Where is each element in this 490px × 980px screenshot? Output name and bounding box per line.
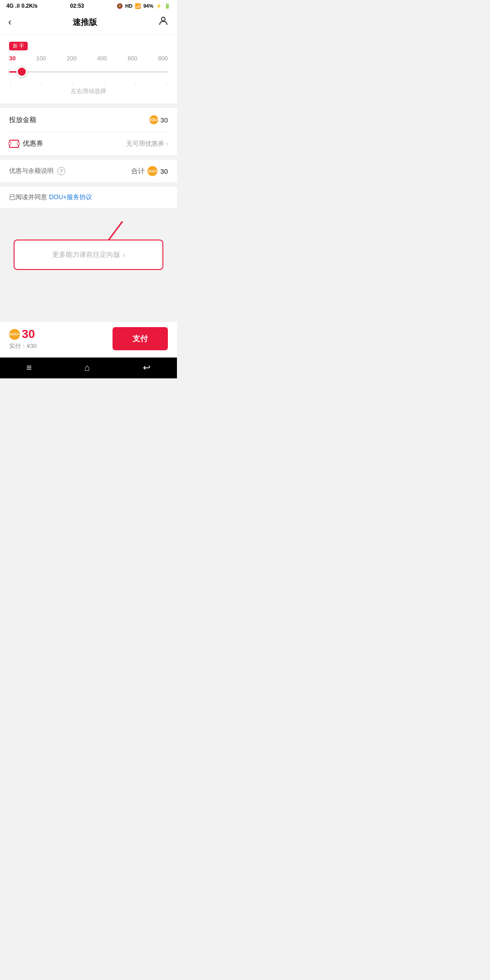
- slider-section: 新 手 30 100 200 400 600 800 左右滑动选择: [0, 35, 177, 103]
- coupon-text: 优惠券: [23, 139, 43, 148]
- slider-track-wrapper[interactable]: [9, 65, 168, 78]
- slider-hint: 左右滑动选择: [9, 87, 168, 95]
- agreement-section: 已阅读并同意 DOU+服务协议: [0, 187, 177, 208]
- coupon-value: 无可用优惠券 ›: [126, 140, 168, 148]
- slider-track: [9, 71, 168, 73]
- subtotal-left: 优惠与余额说明 ?: [9, 167, 65, 175]
- subtotal-section: 优惠与余额说明 ? 合计 DOU+ 30: [0, 160, 177, 182]
- agreement-prefix: 已阅读并同意: [9, 193, 49, 201]
- bottom-coin-icon: DOU+: [9, 329, 20, 340]
- coin-icon-subtotal: DOU+: [147, 166, 157, 176]
- dash-3: [73, 82, 73, 84]
- coin-icon-amount: DOU+: [149, 115, 158, 124]
- amount-number: 30: [160, 116, 168, 124]
- status-bar: 4G .il 0.2K/s 02:53 🔕 HD 📶 94% ⚡ 🔋: [0, 0, 177, 11]
- pay-button[interactable]: 支付: [113, 327, 168, 350]
- agreement-link[interactable]: DOU+服务协议: [49, 193, 92, 201]
- svg-point-0: [162, 17, 165, 21]
- total-label: 合计: [131, 167, 145, 176]
- page-title: 速推版: [73, 17, 97, 28]
- dash-2: [41, 82, 42, 84]
- slider-thumb[interactable]: [16, 66, 27, 77]
- new-user-badge: 新 手: [9, 42, 28, 50]
- bottom-price-block: DOU+ 30 实付：¥30: [9, 327, 37, 350]
- more-options-button[interactable]: 更多能力请前往定向版 ›: [14, 240, 163, 270]
- scale-item-100: 100: [36, 55, 46, 62]
- more-options-chevron: ›: [123, 251, 125, 259]
- slider-dashes: [9, 82, 168, 84]
- back-nav-button[interactable]: ↩: [143, 362, 151, 373]
- bottom-coin-num: 30: [22, 327, 35, 341]
- scale-item-800: 800: [158, 55, 168, 62]
- status-right: 🔕 HD 📶 94% ⚡ 🔋: [117, 3, 171, 9]
- coupon-icon: [9, 140, 19, 148]
- actual-price: ¥30: [27, 343, 37, 349]
- scale-item-30: 30: [9, 55, 15, 62]
- hd-label: HD: [125, 3, 132, 9]
- bottom-bar: DOU+ 30 实付：¥30 支付: [0, 321, 177, 358]
- scale-item-400: 400: [97, 55, 107, 62]
- coupon-label: 优惠券: [9, 139, 43, 148]
- more-options-text: 更多能力请前往定向版: [52, 250, 120, 259]
- coupon-row[interactable]: 优惠券 无可用优惠券 ›: [9, 132, 168, 155]
- battery-level: 94%: [143, 3, 153, 9]
- actual-label: 实付：: [9, 343, 27, 349]
- charging-icon: ⚡: [156, 3, 162, 9]
- amount-row: 投放金额 DOU+ 30: [9, 108, 168, 132]
- coupon-chevron: ›: [166, 140, 168, 147]
- amount-label: 投放金额: [9, 116, 36, 124]
- dash-6: [167, 82, 167, 84]
- coupon-status: 无可用优惠券: [126, 140, 164, 148]
- slider-scale: 30 100 200 400 600 800: [9, 55, 168, 62]
- home-button[interactable]: ⌂: [84, 363, 90, 373]
- subtotal-description-label: 优惠与余额说明: [9, 167, 54, 175]
- wifi-icon: 📶: [135, 3, 141, 9]
- subtotal-right: 合计 DOU+ 30: [131, 166, 168, 176]
- system-navigation: ≡ ⌂ ↩: [0, 358, 177, 378]
- middle-area: 更多能力请前往定向版 ›: [0, 212, 177, 321]
- network-speed: 0.2K/s: [21, 3, 37, 9]
- total-value: 30: [160, 167, 168, 175]
- dash-5: [135, 82, 136, 84]
- profile-button[interactable]: [158, 15, 169, 29]
- menu-button[interactable]: ≡: [26, 363, 32, 373]
- back-button[interactable]: ‹: [8, 16, 11, 28]
- scale-item-200: 200: [67, 55, 77, 62]
- dash-1: [10, 82, 10, 84]
- battery-icon: 🔋: [164, 3, 171, 9]
- bottom-price-top: DOU+ 30: [9, 327, 37, 341]
- help-icon[interactable]: ?: [57, 167, 65, 175]
- amount-value: DOU+ 30: [149, 115, 168, 124]
- alarm-icon: 🔕: [117, 3, 123, 9]
- info-section: 投放金额 DOU+ 30 优惠券 无可用优惠券 ›: [0, 108, 177, 155]
- top-navigation: ‹ 速推版: [0, 11, 177, 35]
- carrier-signal: 4G .il: [6, 3, 20, 9]
- status-left: 4G .il 0.2K/s: [6, 3, 38, 9]
- bottom-actual-price: 实付：¥30: [9, 342, 37, 350]
- scale-item-600: 600: [127, 55, 137, 62]
- dash-4: [104, 82, 104, 84]
- status-time: 02:53: [70, 3, 84, 9]
